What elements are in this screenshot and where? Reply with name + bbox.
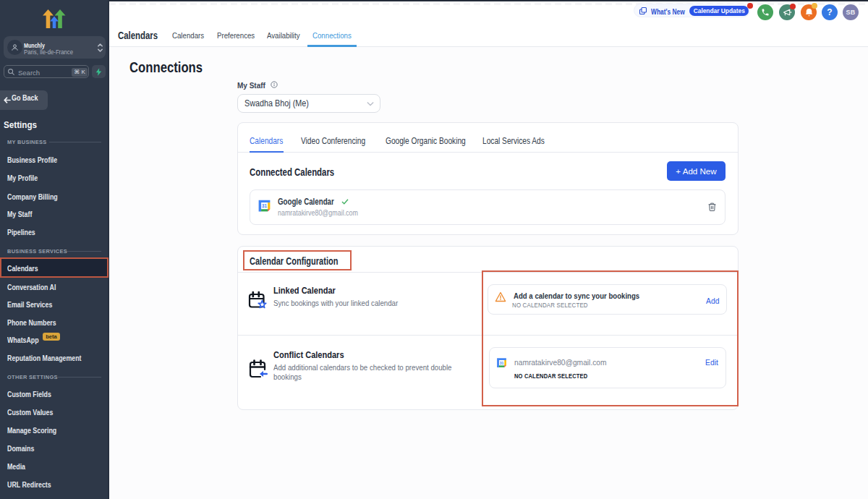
svg-text:31: 31	[262, 203, 268, 208]
